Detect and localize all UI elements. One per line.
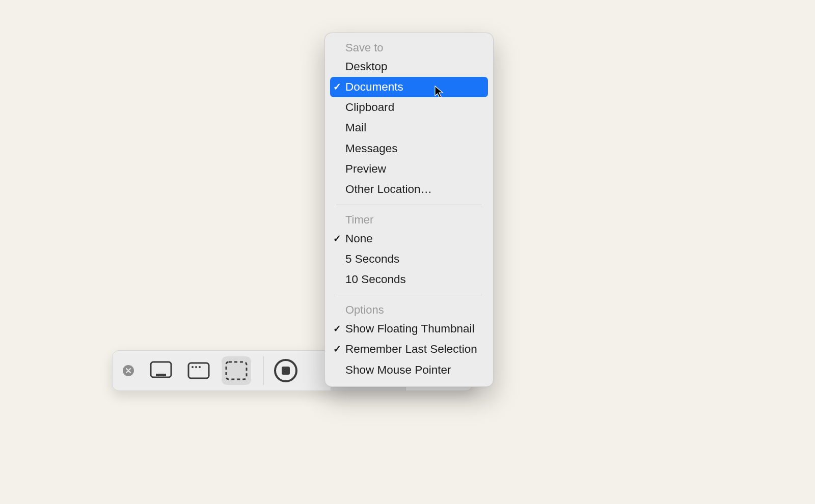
stop-icon [282, 367, 290, 375]
options-menu: Save to ✓Desktop ✓Documents ✓Clipboard ✓… [324, 33, 494, 387]
menu-item-remember-last-selection[interactable]: ✓Remember Last Selection [330, 339, 488, 359]
menu-item-messages[interactable]: ✓Messages [330, 138, 488, 159]
svg-point-5 [199, 366, 201, 368]
menu-item-label: 5 Seconds [345, 253, 399, 265]
menu-item-label: None [345, 232, 373, 245]
close-icon [126, 368, 131, 373]
capture-entire-screen-button[interactable] [146, 356, 176, 385]
menu-item-label: Desktop [345, 60, 388, 73]
menu-item-label: Documents [345, 80, 403, 93]
menu-item-label: Other Location… [345, 183, 432, 195]
menu-item-show-mouse-pointer[interactable]: ✓Show Mouse Pointer [330, 360, 488, 380]
screen-icon [150, 361, 172, 380]
menu-item-label: 10 Seconds [345, 273, 406, 286]
menu-item-mail[interactable]: ✓Mail [330, 118, 488, 138]
menu-section-save-to: Save to [330, 38, 488, 57]
menu-section-timer: Timer [330, 210, 488, 229]
menu-divider [336, 295, 482, 295]
menu-item-show-floating-thumbnail[interactable]: ✓Show Floating Thumbnail [330, 319, 488, 339]
window-icon [187, 361, 210, 380]
menu-item-timer-none[interactable]: ✓None [330, 229, 488, 249]
menu-divider [336, 205, 482, 205]
menu-item-other-location[interactable]: ✓Other Location… [330, 179, 488, 200]
menu-item-label: Messages [345, 142, 398, 155]
menu-item-preview[interactable]: ✓Preview [330, 159, 488, 179]
check-icon: ✓ [333, 343, 341, 355]
menu-item-desktop[interactable]: ✓Desktop [330, 57, 488, 77]
menu-item-label: Show Floating Thumbnail [345, 322, 474, 335]
check-icon: ✓ [333, 81, 341, 93]
svg-rect-2 [188, 363, 209, 378]
check-icon: ✓ [333, 323, 341, 335]
menu-item-label: Mail [345, 121, 366, 134]
capture-selection-button[interactable] [222, 356, 251, 385]
menu-item-label: Show Mouse Pointer [345, 363, 451, 376]
svg-point-3 [192, 366, 194, 368]
toolbar-divider [263, 356, 264, 385]
svg-rect-6 [226, 362, 247, 379]
menu-item-label: Clipboard [345, 101, 394, 114]
svg-rect-1 [156, 374, 166, 376]
close-button[interactable] [123, 365, 134, 376]
menu-item-timer-10s[interactable]: ✓10 Seconds [330, 269, 488, 290]
capture-window-button[interactable] [184, 356, 213, 385]
svg-point-4 [195, 366, 197, 368]
selection-icon [225, 360, 248, 381]
record-button[interactable] [274, 359, 297, 382]
menu-item-label: Remember Last Selection [345, 343, 477, 355]
menu-item-clipboard[interactable]: ✓Clipboard [330, 97, 488, 118]
menu-section-options: Options [330, 300, 488, 319]
menu-item-label: Preview [345, 162, 386, 175]
menu-item-documents[interactable]: ✓Documents [330, 77, 488, 97]
menu-item-timer-5s[interactable]: ✓5 Seconds [330, 249, 488, 269]
check-icon: ✓ [333, 233, 341, 245]
